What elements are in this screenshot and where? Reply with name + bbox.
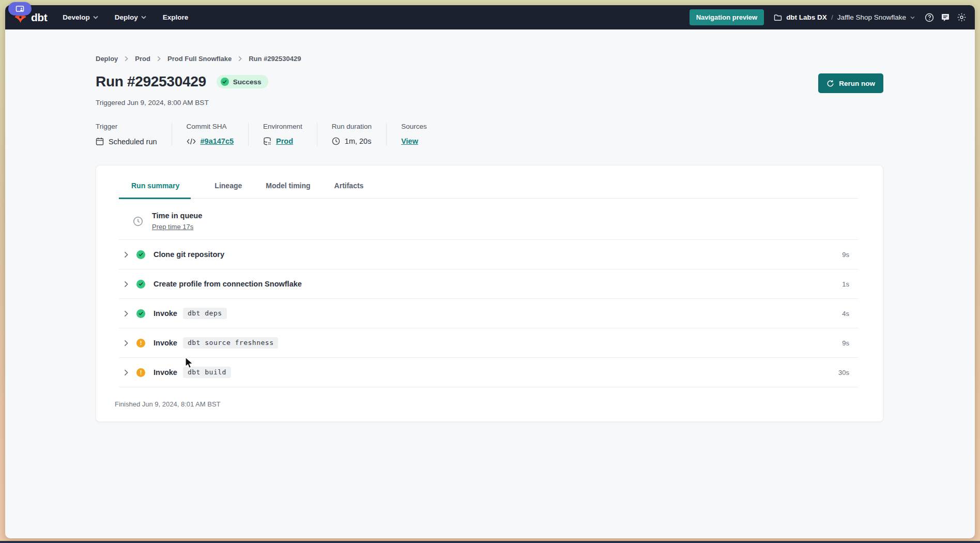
- step-row-clone-git[interactable]: Clone git repository 9s: [119, 240, 858, 269]
- rerun-now-button[interactable]: Rerun now: [818, 73, 883, 93]
- status-badge: Success: [217, 75, 268, 88]
- page-title: Run #292530429: [96, 73, 206, 90]
- meta-label: Environment: [263, 123, 302, 130]
- chevron-down-icon: [93, 16, 98, 19]
- time-in-queue-row: Time in queue Prep time 17s: [119, 199, 858, 240]
- code-icon: [187, 138, 196, 145]
- desktop-background: dbt Develop Deploy Explore: [0, 0, 980, 543]
- step-command-chip: dbt deps: [183, 308, 227, 319]
- step-row-dbt-build[interactable]: ! Invoke dbt build 30s: [119, 358, 858, 387]
- prep-time-link[interactable]: Prep time 17s: [152, 223, 193, 231]
- triggered-timestamp: Triggered Jun 9, 2024, 8:00 AM BST: [96, 99, 883, 107]
- step-duration: 9s: [842, 339, 849, 347]
- tab-lineage[interactable]: Lineage: [215, 179, 242, 199]
- app-window: dbt Develop Deploy Explore: [5, 5, 975, 538]
- sources-view-link[interactable]: View: [401, 137, 418, 145]
- menu-explore-label: Explore: [163, 13, 189, 21]
- chevron-right-icon: [238, 56, 242, 62]
- menu-deploy[interactable]: Deploy: [115, 13, 146, 21]
- environment-link[interactable]: Prod: [276, 137, 293, 145]
- status-badge-label: Success: [233, 78, 262, 86]
- step-duration: 1s: [842, 280, 849, 288]
- check-circle-icon: [136, 280, 145, 289]
- clock-icon: [133, 216, 143, 227]
- step-row-dbt-deps[interactable]: Invoke dbt deps 4s: [119, 299, 858, 328]
- trigger-value: Scheduled run: [109, 138, 157, 146]
- navbar-icon-group: [925, 12, 967, 22]
- step-row-dbt-source-freshness[interactable]: ! Invoke dbt source freshness 9s: [119, 328, 858, 358]
- clock-icon: [332, 137, 340, 145]
- account-project-picker[interactable]: dbt Labs DX / Jaffle Shop Snowflake: [774, 13, 915, 21]
- top-navbar: dbt Develop Deploy Explore: [5, 5, 975, 29]
- rerun-now-label: Rerun now: [839, 80, 875, 87]
- meta-commit-sha: Commit SHA #9a147c5: [172, 123, 249, 146]
- menu-deploy-label: Deploy: [115, 13, 138, 21]
- meta-label: Run duration: [332, 123, 372, 130]
- dbt-logo-text: dbt: [31, 11, 47, 24]
- check-circle-icon: [221, 78, 229, 86]
- step-row-create-profile[interactable]: Create profile from connection Snowflake…: [119, 269, 858, 299]
- tab-run-summary[interactable]: Run summary: [119, 179, 191, 199]
- gear-icon[interactable]: [957, 12, 967, 22]
- finished-timestamp: Finished Jun 9, 2024, 8:01 AM BST: [115, 400, 883, 408]
- queue-title: Time in queue: [152, 212, 202, 220]
- chevron-right-icon: [125, 56, 128, 62]
- step-label: Clone git repository: [154, 250, 224, 259]
- refresh-icon: [826, 80, 834, 87]
- step-label: Invoke: [154, 368, 177, 376]
- chevron-down-icon: [141, 16, 146, 19]
- chevron-right-icon[interactable]: [124, 310, 128, 317]
- run-summary-card: Run summary Lineage Model timing Artifac…: [96, 165, 883, 422]
- run-meta-row: Trigger Scheduled run Commit SHA: [96, 123, 883, 146]
- chevron-right-icon[interactable]: [124, 251, 128, 258]
- menu-develop[interactable]: Develop: [63, 13, 98, 21]
- breadcrumb-prod[interactable]: Prod: [135, 55, 150, 63]
- check-circle-icon: [136, 250, 145, 259]
- meta-label: Trigger: [96, 123, 157, 130]
- screen-share-icon: [16, 5, 24, 13]
- chevron-right-icon[interactable]: [124, 340, 128, 346]
- step-duration: 30s: [838, 369, 849, 376]
- navbar-right: Navigation preview dbt Labs DX / Jaffle …: [690, 9, 967, 25]
- meta-run-duration: Run duration 1m, 20s: [317, 123, 386, 146]
- menu-develop-label: Develop: [63, 13, 90, 21]
- breadcrumb-job[interactable]: Prod Full Snowflake: [167, 55, 232, 63]
- step-duration: 4s: [842, 310, 849, 318]
- tab-bar: Run summary Lineage Model timing Artifac…: [119, 179, 858, 199]
- account-name: dbt Labs DX: [786, 13, 827, 21]
- warning-circle-icon: !: [136, 339, 145, 348]
- breadcrumb-run: Run #292530429: [249, 55, 301, 63]
- tab-model-timing[interactable]: Model timing: [266, 179, 310, 199]
- screen-share-indicator[interactable]: [8, 2, 32, 16]
- menu-explore[interactable]: Explore: [163, 13, 189, 21]
- step-duration: 9s: [842, 251, 849, 259]
- step-label: Invoke: [154, 309, 177, 318]
- calendar-icon: [96, 137, 104, 146]
- screen-bottom-edge: [0, 541, 980, 543]
- duration-value: 1m, 20s: [345, 137, 372, 145]
- chevron-down-icon: [910, 16, 915, 19]
- project-name: Jaffle Shop Snowflake: [837, 13, 906, 21]
- tab-artifacts[interactable]: Artifacts: [334, 179, 364, 199]
- run-detail-page: Deploy Prod Prod Full Snowflake Run #292…: [5, 29, 975, 538]
- step-command-chip: dbt source freshness: [183, 337, 279, 349]
- chevron-right-icon[interactable]: [124, 369, 128, 376]
- breadcrumb: Deploy Prod Prod Full Snowflake Run #292…: [96, 55, 883, 63]
- help-icon[interactable]: [925, 13, 934, 22]
- chevron-right-icon[interactable]: [124, 281, 128, 288]
- chevron-right-icon: [157, 56, 161, 62]
- navigation-preview-button[interactable]: Navigation preview: [690, 9, 764, 25]
- breadcrumb-slash: /: [831, 13, 833, 21]
- feedback-icon[interactable]: [941, 13, 950, 22]
- meta-environment: Environment Pr: [248, 123, 317, 146]
- breadcrumb-deploy[interactable]: Deploy: [96, 55, 118, 63]
- check-circle-icon: [136, 309, 145, 318]
- warning-circle-icon: !: [136, 368, 145, 377]
- meta-trigger: Trigger Scheduled run: [96, 123, 172, 146]
- folder-icon: [774, 14, 782, 21]
- meta-sources: Sources View: [386, 123, 441, 146]
- meta-label: Sources: [401, 123, 427, 130]
- commit-sha-link[interactable]: #9a147c5: [201, 137, 234, 145]
- mouse-cursor: [185, 357, 194, 371]
- step-label: Create profile from connection Snowflake: [154, 280, 302, 288]
